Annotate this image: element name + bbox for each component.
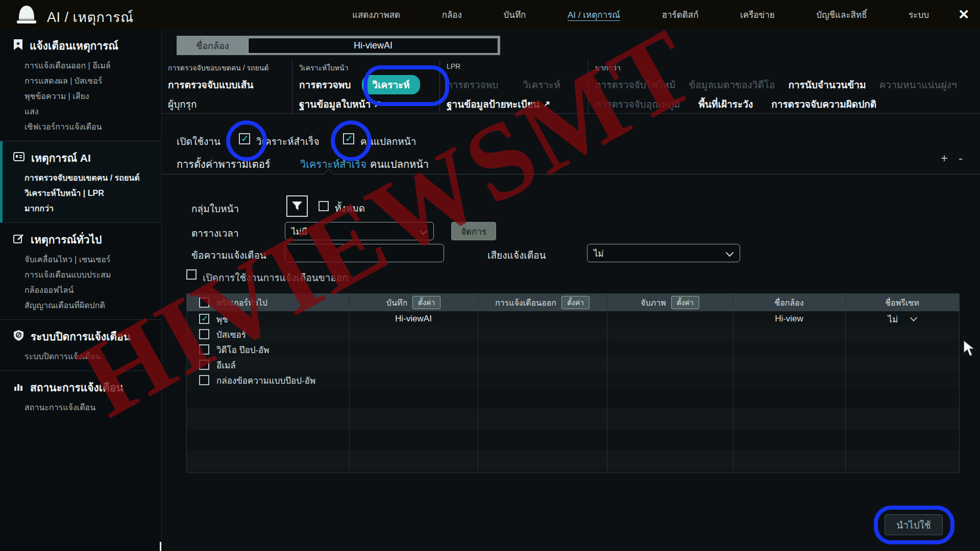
alert-sound-label: เสียงแจ้งเตือน (487, 247, 546, 263)
checkbox-select-all-triggers[interactable] (199, 297, 209, 308)
camera-name-label: ชื่อกล้อง (196, 38, 229, 53)
sidebar-item[interactable]: จับเคลื่อนไหว | เซนเซอร์ (0, 252, 161, 267)
filter-icon[interactable] (286, 195, 308, 217)
menu-account[interactable]: บัญชีและสิทธิ์ (816, 8, 867, 21)
sidebar-section-title: สถานะการแจ้งเตือน (30, 379, 124, 396)
sidebar-item[interactable]: สัญญาณเตือนที่ผิดปกติ (0, 298, 161, 313)
tab-group-face: วิเคราะห์ใบหน้า การตรวจพบ วิเคราะห์ ฐานข… (292, 60, 440, 113)
sidebar-item[interactable]: การแสดงผล | บัสเซอร์ (0, 73, 161, 89)
divider (160, 542, 161, 551)
tab-anomaly-detection[interactable]: การตรวจจับความผิดปกติ (771, 96, 876, 112)
checkbox-stranger-label: คนแปลกหน้า (360, 134, 416, 149)
tab-face-recognition[interactable]: วิเคราะห์ (362, 75, 420, 94)
alert-message-input[interactable] (285, 248, 444, 258)
column-divider (733, 294, 733, 472)
col-trigger: ทริกเกอร์ทั่วไป (216, 296, 267, 309)
section-event-notification: ★ แจ้งเตือนเหตุการณ์ การแจ้งเตือนออก | อ… (0, 29, 161, 141)
tab-line-crossing[interactable]: การตรวจจับแบบเส้น (168, 77, 253, 92)
checkbox-outbound-alert[interactable] (186, 269, 197, 280)
ai-event-icon (13, 152, 24, 164)
alert-message-label: ข้อความแจ้งเตือน (191, 247, 266, 263)
menu-disk[interactable]: ฮาร์ดดิสก์ (662, 8, 699, 21)
table-row-buzzer: บัสเซอร์ (187, 327, 959, 342)
section-alarm-status: สถานะการแจ้งเตือน สถานะการแจ้งเตือน (0, 370, 161, 421)
column-divider (478, 294, 478, 472)
sidebar-item[interactable]: การตรวจจับขอบเขตคน / รถยนต์ (0, 170, 161, 186)
sidebar-item[interactable]: ระบบปิดการแจ้งเตือน (0, 349, 161, 364)
menu-network[interactable]: เครือข่าย (740, 8, 775, 21)
tab-face-database[interactable]: ฐานข้อมูลใบหน้า ↗ (299, 96, 381, 112)
menu-system[interactable]: ระบบ (909, 8, 929, 21)
general-event-icon (13, 234, 24, 246)
schedule-select[interactable]: ไม่มี (285, 222, 434, 240)
alert-sound-select[interactable]: ไม่ (587, 244, 740, 262)
tab-group-lpr: LPR การตรวจพบ วิเคราะห์ ฐานข้อมูลป้ายทะเ… (439, 60, 589, 113)
tab-face-detection[interactable]: การตรวจพบ (299, 77, 351, 92)
apply-button[interactable]: นำไปใช้ (885, 514, 943, 535)
ai-tab-strip: การตรวจจับขอบเขตคน / รถยนต์ การตรวจจับแบ… (161, 60, 980, 114)
tab-lpr-recognition[interactable]: วิเคราะห์ (523, 77, 560, 92)
tab-group-label: วิเคราะห์ใบหน้า (299, 62, 349, 73)
sidebar-section-title: เหตุการณ์ทั่วไป (31, 231, 102, 248)
tab-plate-database[interactable]: ฐานข้อมูลป้ายทะเบียน ↗ (447, 96, 550, 112)
menu-camera[interactable]: กล้อง (442, 8, 462, 21)
sidebar-item[interactable]: การแจ้งเตือนออก | อีเมล์ (0, 58, 161, 73)
subtab-stranger[interactable]: คนแปลกหน้า (370, 156, 429, 172)
remove-button[interactable]: - (959, 151, 963, 165)
close-button[interactable]: × (959, 4, 969, 23)
alert-message-field-wrap (285, 244, 444, 262)
sidebar-section-title: แจ้งเตือนเหตุการณ์ (30, 37, 118, 54)
add-button[interactable]: + (941, 151, 948, 165)
checkbox-buzzer[interactable] (199, 329, 209, 339)
sidebar-item[interactable]: กล้องออฟไลน์ (0, 283, 161, 298)
column-divider (845, 294, 846, 472)
checkbox-all-face-groups[interactable] (318, 201, 329, 211)
subtab-recognition-success[interactable]: วิเคราะห์สำเร็จ (300, 156, 366, 172)
sidebar-section-title: ระบบปิดการแจ้งเตือน (31, 328, 131, 345)
camera-name-select[interactable]: Hi-viewAI (248, 38, 498, 54)
tab-group-label: มากกว่า (595, 62, 621, 73)
checkbox-recognition-success[interactable] (239, 133, 250, 144)
snapshot-settings-button[interactable]: ตั้งค่า (671, 296, 699, 309)
sidebar-item[interactable]: มากกว่า (0, 201, 161, 216)
manage-button[interactable]: จัดการ (451, 222, 496, 240)
mouse-cursor (963, 340, 978, 360)
sidebar-item[interactable]: พุชข้อความ | เสียง (0, 89, 161, 104)
subtab-parameter-settings[interactable]: การตั้งค่าพารามิเตอร์ (177, 156, 271, 172)
checkbox-stranger[interactable] (343, 133, 354, 144)
empty-row (187, 409, 959, 430)
checkbox-message-popup[interactable] (199, 375, 209, 385)
menu-record[interactable]: บันทึก (503, 8, 526, 21)
tab-video-metadata[interactable]: ข้อมูลเมตาของวิดีโอ (689, 77, 775, 92)
alarm-out-settings-button[interactable]: ตั้งค่า (561, 296, 590, 309)
sidebar-item[interactable]: การแจ้งเตือนแบบประสม (0, 267, 161, 283)
outbound-alert-label: เปิดการใช้งานการแจ้งเตือนขาออก (203, 270, 348, 285)
tab-surveillance-area[interactable]: พื้นที่เฝ้าระวัง (699, 96, 753, 112)
sidebar-item[interactable]: เซิฟเวอร์การแจ้งเตือน (0, 119, 161, 135)
checkbox-push[interactable] (199, 314, 209, 324)
section-ai-event: เหตุการณ์ AI การตรวจจับขอบเขตคน / รถยนต์… (0, 141, 161, 222)
preset-select[interactable]: ไม่ (845, 311, 959, 327)
sidebar-item[interactable]: สถานะการแจ้งเตือน (0, 400, 161, 415)
alert-sound-value: ไม่ (594, 246, 604, 260)
row-record-value: Hi-viewAI (395, 314, 432, 324)
enable-label: เปิดใช้งาน (177, 134, 220, 149)
table-row-push: พุช Hi-viewAI Hi-view ไม่ (187, 311, 959, 327)
tab-lpr-detection[interactable]: การตรวจพบ (447, 77, 498, 92)
menu-ai-event[interactable]: AI / เหตุการณ์ (568, 8, 620, 21)
tab-cross-counting[interactable]: การนับจำนวนข้าม (788, 77, 866, 92)
empty-row (187, 430, 959, 450)
sidebar-item[interactable]: แสง (0, 104, 161, 119)
checkbox-video-popup[interactable] (199, 344, 209, 355)
menu-live-view[interactable]: แสดงภาพสด (352, 8, 400, 21)
sidebar-section-title: เหตุการณ์ AI (31, 149, 91, 166)
tab-temperature[interactable]: การตรวจจับอุณหภูมิ (595, 96, 680, 112)
alarm-status-icon (13, 382, 23, 394)
sidebar-item-face-lpr[interactable]: วิเคราะห์ใบหน้า | LPR (0, 186, 161, 201)
tab-fire-detection[interactable]: การตรวจจับไฟไหม้ (595, 77, 676, 92)
tab-crowd-density[interactable]: ความหนาแน่นฝูงฯ (879, 77, 957, 92)
tab-intrusion[interactable]: ผู้บุกรุก (168, 96, 197, 112)
checkbox-email[interactable] (199, 360, 209, 370)
siren-icon (15, 4, 38, 27)
record-settings-button[interactable]: ตั้งค่า (412, 296, 440, 309)
